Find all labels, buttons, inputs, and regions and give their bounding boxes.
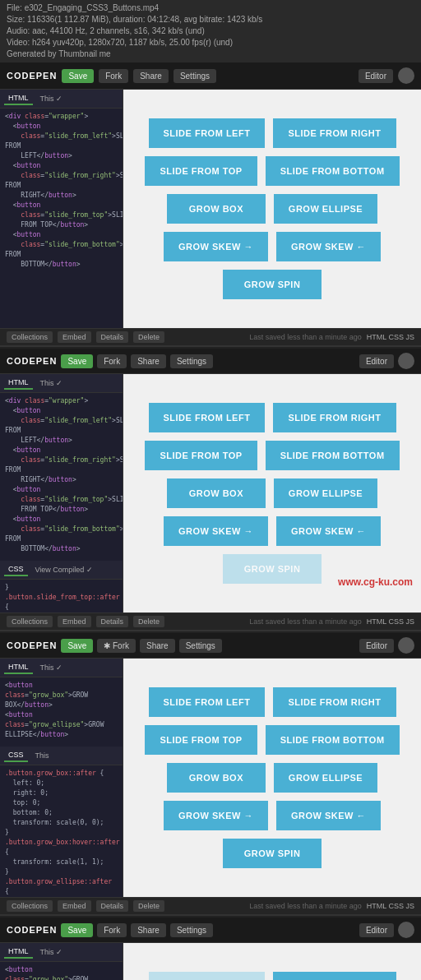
details-btn-2[interactable]: Details <box>96 616 129 627</box>
slide-from-left-btn-2[interactable]: SLIDE FROM LEFT <box>149 403 266 432</box>
fork-button-4[interactable]: Fork <box>97 923 127 937</box>
codepen-logo-2: CODEPEN <box>7 356 57 366</box>
share-button-2[interactable]: Share <box>131 354 166 368</box>
html-tab-2[interactable]: HTML <box>4 377 33 390</box>
slide-from-top-btn-2[interactable]: SLIDE FROM TOP <box>145 441 257 470</box>
btn-row-2-4: GROW SKEW → GROW SKEW ← <box>164 516 381 546</box>
collections-btn-1[interactable]: Collections <box>7 331 53 343</box>
settings-button-4[interactable]: Settings <box>170 923 213 937</box>
settings-button-3[interactable]: Settings <box>179 639 222 653</box>
btn-row-4-1: SLIDE FROM LEFT SLIDE FROM RIGHT <box>149 972 396 980</box>
btn-row-1: SLIDE FROM LEFT SLIDE FROM RIGHT <box>149 118 396 148</box>
format-tabs-1: HTML CSS JS <box>367 333 414 341</box>
audio-info: Audio: aac, 44100 Hz, 2 channels, s16, 3… <box>7 25 414 37</box>
settings-button-2[interactable]: Settings <box>170 354 213 368</box>
embed-btn-3[interactable]: Embed <box>58 900 91 912</box>
panel-row-2: HTML This ✓ <div class="wrapper"> <butto… <box>0 374 421 612</box>
slide-from-right-btn-4[interactable]: SLIDE FROM RIGHT <box>273 972 396 980</box>
grow-skew-fwd-btn-1[interactable]: GROW SKEW → <box>164 232 268 261</box>
bottom-bar-2: Collections Embed Details Delete Last sa… <box>0 612 421 630</box>
collections-btn-3[interactable]: Collections <box>7 900 53 912</box>
slide-from-right-btn-3[interactable]: SLIDE FROM RIGHT <box>273 687 396 717</box>
slide-from-top-btn-3[interactable]: SLIDE FROM TOP <box>145 725 257 755</box>
grow-skew-fwd-btn-2[interactable]: GROW SKEW → <box>164 516 268 546</box>
slide-from-left-btn-1[interactable]: SLIDE FROM LEFT <box>149 118 266 148</box>
meta-info: Size: 116336(1 112.87 MiB), duration: 04… <box>7 14 414 25</box>
slide-from-bottom-btn-3[interactable]: SLIDE FROM BOTTOM <box>266 725 400 755</box>
fork-button[interactable]: Fork <box>99 69 128 83</box>
html-tab[interactable]: HTML <box>4 92 33 105</box>
grow-skew-bck-btn-1[interactable]: GROW SKEW ← <box>276 232 381 261</box>
embed-btn-1[interactable]: Embed <box>58 331 91 343</box>
editor-button[interactable]: Editor <box>359 69 393 83</box>
grow-skew-fwd-btn-3[interactable]: GROW SKEW → <box>164 801 268 830</box>
slide-from-left-btn-4[interactable]: SLIDE FROM LEFT <box>149 972 266 980</box>
delete-btn-1[interactable]: Delete <box>133 331 164 343</box>
share-button-3[interactable]: Share <box>140 639 175 653</box>
grow-spin-btn-1[interactable]: GROW SPIN <box>223 270 322 299</box>
section-2: CODEPEN Save Fork Share Settings Editor … <box>0 347 421 631</box>
btn-row-3-5: GROW SPIN <box>223 839 322 868</box>
view-compiled-3[interactable]: This <box>31 750 53 761</box>
top-bar: File: e302_Engaging_CSS3_Buttons.mp4 Siz… <box>0 0 421 62</box>
slide-from-left-btn-3[interactable]: SLIDE FROM LEFT <box>149 687 266 717</box>
save-button-4[interactable]: Save <box>61 923 93 937</box>
preview-panel-2: SLIDE FROM LEFT SLIDE FROM RIGHT SLIDE F… <box>123 374 421 612</box>
this-tab-4[interactable]: This ✓ <box>36 946 67 958</box>
delete-btn-2[interactable]: Delete <box>133 616 164 627</box>
grow-spin-btn-2[interactable]: GROW SPIN <box>223 554 322 584</box>
details-btn-1[interactable]: Details <box>96 331 129 343</box>
preview-content-1: SLIDE FROM LEFT SLIDE FROM RIGHT SLIDE F… <box>123 102 421 316</box>
this-tab-3[interactable]: This ✓ <box>36 662 67 673</box>
grow-ellipse-btn-3[interactable]: GROW ELLIPSE <box>274 763 377 793</box>
code-panel-3: HTML This ✓ <button class="grow_box">GRO… <box>0 659 123 897</box>
editor-button-2[interactable]: Editor <box>359 354 394 368</box>
slide-from-right-btn-1[interactable]: SLIDE FROM RIGHT <box>273 118 396 148</box>
css-tab-2[interactable]: CSS <box>4 563 28 576</box>
delete-btn-3[interactable]: Delete <box>133 900 164 912</box>
save-status-3: Last saved less than a minute ago <box>249 902 362 910</box>
this-tab[interactable]: This ✓ <box>36 93 67 104</box>
grow-skew-bck-btn-2[interactable]: GROW SKEW ← <box>276 516 381 546</box>
video-info: Video: h264 yuv420p, 1280x720, 1187 kb/s… <box>7 37 414 49</box>
grow-spin-btn-3[interactable]: GROW SPIN <box>223 839 322 868</box>
save-button-2[interactable]: Save <box>61 354 93 368</box>
slide-from-right-btn-2[interactable]: SLIDE FROM RIGHT <box>273 403 396 432</box>
details-btn-3[interactable]: Details <box>96 900 129 912</box>
html-tab-4[interactable]: HTML <box>4 945 33 959</box>
view-compiled-tab-2[interactable]: View Compiled ✓ <box>31 564 97 576</box>
slide-from-top-btn-1[interactable]: SLIDE FROM TOP <box>145 156 257 186</box>
grow-box-btn-3[interactable]: GROW BOX <box>167 763 266 793</box>
generated-info: Generated by Thumbnail me <box>7 49 414 60</box>
grow-box-btn-1[interactable]: GROW BOX <box>167 194 266 224</box>
fork-button-2[interactable]: Fork <box>97 354 127 368</box>
grow-skew-bck-btn-3[interactable]: GROW SKEW ← <box>276 801 381 830</box>
collections-btn-2[interactable]: Collections <box>7 616 53 627</box>
fork-button-3[interactable]: ✱ Fork <box>97 639 136 653</box>
panel-row-4: HTML This ✓ <button class="grow_box">GRO… <box>0 943 421 980</box>
html-tab-3[interactable]: HTML <box>4 661 33 674</box>
share-button[interactable]: Share <box>133 69 169 83</box>
share-button-4[interactable]: Share <box>131 923 166 937</box>
settings-button[interactable]: Settings <box>173 69 216 83</box>
grow-ellipse-btn-1[interactable]: GROW ELLIPSE <box>274 194 377 224</box>
editor-button-4[interactable]: Editor <box>359 923 394 937</box>
format-tabs-3: HTML CSS JS <box>367 902 414 910</box>
grow-box-btn-2[interactable]: GROW BOX <box>167 478 266 508</box>
css-tab-bar-3: CSS This <box>0 747 123 765</box>
css-tab-bar-2b: CSS View Compiled ✓ <box>0 561 123 580</box>
save-button[interactable]: Save <box>62 69 94 83</box>
grow-ellipse-btn-2[interactable]: GROW ELLIPSE <box>274 478 377 508</box>
preview-panel-1: SLIDE FROM LEFT SLIDE FROM RIGHT SLIDE F… <box>123 90 421 328</box>
editor-button-3[interactable]: Editor <box>359 639 394 653</box>
code-panel-4: HTML This ✓ <button class="grow_box">GRO… <box>0 943 123 980</box>
css-tab-3[interactable]: CSS <box>4 749 28 762</box>
html-tab-bar-4: HTML This ✓ <box>0 943 123 962</box>
embed-btn-2[interactable]: Embed <box>58 616 91 627</box>
slide-from-bottom-btn-2[interactable]: SLIDE FROM BOTTOM <box>266 441 400 470</box>
css-code-2: } .button.slide_from_top::after { left: … <box>0 580 123 612</box>
save-button-3[interactable]: Save <box>61 639 93 653</box>
html-code-4: <button class="grow_box">GROW BOX</butto… <box>0 962 123 980</box>
this-tab-2[interactable]: This ✓ <box>36 377 67 389</box>
slide-from-bottom-btn-1[interactable]: SLIDE FROM BOTTOM <box>266 156 400 186</box>
